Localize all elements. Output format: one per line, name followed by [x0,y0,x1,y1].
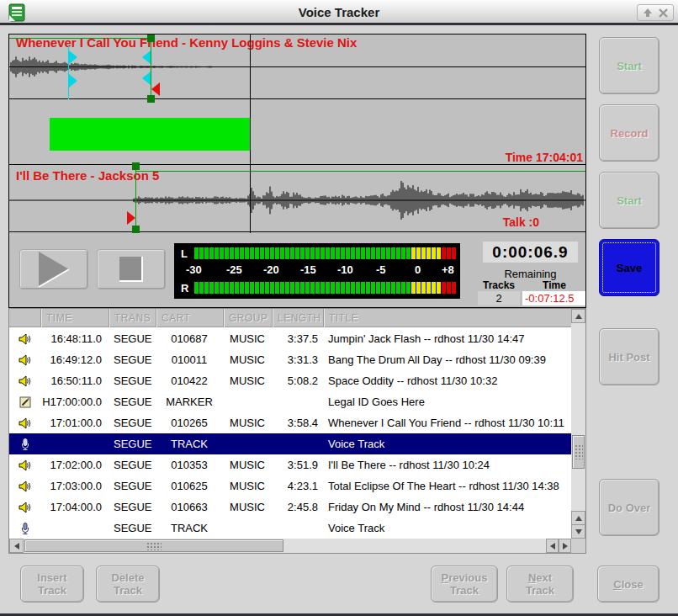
remaining-tracks-value: 2 [478,291,520,305]
log-row[interactable]: 17:04:00.0 SEGUE 010663 MUSIC 2:45.8 Fri… [9,497,571,518]
play-cursor-marker-icon[interactable] [69,50,77,64]
remaining-time-value: -0:07:12.5 [522,291,585,305]
arrow-up-icon [575,314,582,319]
arrow-left-icon [550,543,555,550]
talk-label: Talk :0 [503,215,539,229]
column-header-trans: TRANS [109,309,156,327]
track2-start-marker[interactable] [135,166,136,233]
track1-title: Whenever I Call You Friend - Kenny Loggi… [16,35,357,50]
column-header-cart: CART [156,309,223,327]
play-icon [37,251,71,288]
speaker-icon [19,374,32,388]
speaker-icon [19,459,32,472]
window-title: Voice Tracker [0,5,678,19]
start-handle-bottom[interactable] [132,226,140,233]
speaker-icon [19,501,32,514]
transport-strip: L -30-25-20-15-10-50+8 R 0:00:06.9 Remai… [9,233,585,307]
delete-track-button[interactable]: Delete Track [96,566,160,603]
log-body: 16:48:11.0 SEGUE 010687 MUSIC 3:37.5 Jum… [9,328,571,538]
titlebar[interactable]: Voice Tracker [0,0,678,25]
vertical-scroll-handle[interactable] [572,435,585,469]
log-row[interactable]: 16:50:11.0 SEGUE 010422 MUSIC 5:08.2 Spa… [9,370,571,391]
column-header-time: TIME [40,309,109,327]
column-header-icon [9,309,40,327]
log-header: TIME TRANS CART GROUP LENGTH TITLE [9,309,571,327]
speaker-icon [19,480,32,493]
window-controls [637,4,674,21]
arrow-right-icon [563,543,568,550]
scroll-up-button[interactable] [571,309,585,323]
remaining-time-label: Time [531,279,578,291]
start-handle-top[interactable] [132,162,140,170]
time-label: Time 17:04:01 [506,151,583,164]
voicetrack-band[interactable]: Time 17:04:01 [9,100,585,165]
log-row[interactable]: 17:03:00.0 SEGUE 010625 MUSIC 4:23.1 Tot… [9,475,571,497]
do-over-button[interactable]: Do Over [599,479,659,536]
meter-right-segments [194,282,457,294]
log-row[interactable]: 16:49:12.0 SEGUE 010011 MUSIC 3:31.3 Ban… [9,349,571,370]
mic-icon [19,438,32,451]
log-row[interactable]: 17:01:00.0 SEGUE 010265 MUSIC 3:58.4 Whe… [9,412,571,433]
end-marker-icon[interactable] [151,82,160,96]
save-button[interactable]: Save [599,239,659,296]
start-track1-button[interactable]: Start [599,37,659,94]
column-header-title: TITLE [323,309,571,327]
remaining-tracks-label: Tracks [478,279,520,291]
log-row[interactable]: SEGUE TRACK Voice Track [9,518,571,538]
scroll-up-button-2[interactable] [571,511,585,525]
fade-marker-icon[interactable] [142,72,151,85]
start-marker-icon[interactable] [127,211,135,225]
marker-icon [19,396,32,409]
column-header-group: GROUP [223,309,272,327]
scroll-right-button[interactable] [559,539,571,553]
log-table: TIME TRANS CART GROUP LENGTH TITLE 16:48… [8,308,586,554]
scroll-left-button-2[interactable] [546,539,559,553]
scroll-down-button[interactable] [571,524,585,539]
log-row[interactable]: H17:00:00.0 SEGUE MARKER Legal ID Goes H… [9,391,571,412]
stop-button[interactable] [97,249,166,289]
play-cursor-marker-icon[interactable] [69,74,77,88]
hit-post-button[interactable]: Hit Post [599,328,659,385]
meter-left-label: L [181,247,188,260]
speaker-icon [19,417,32,430]
scroll-left-button[interactable] [9,539,24,553]
stop-icon [118,255,145,284]
column-header-length: LENGTH [272,309,323,327]
track1-waveform-band[interactable]: Whenever I Call You Friend - Kenny Loggi… [9,35,585,99]
log-row-selected[interactable]: SEGUE TRACK Voice Track [9,433,571,454]
elapsed-time-display: 0:00:06.9 [483,242,578,263]
voicetrack-block[interactable] [50,118,250,151]
arrow-down-icon [575,529,582,534]
segue-divider-line [250,35,251,233]
insert-track-button[interactable]: Insert Track [20,566,84,603]
log-row[interactable]: 16:48:11.0 SEGUE 010687 MUSIC 3:37.5 Jum… [9,328,571,349]
segue-handle-bottom[interactable] [147,95,155,103]
meter-left-segments [194,247,457,259]
play-button[interactable] [19,249,88,289]
record-button[interactable]: Record [599,104,659,162]
horizontal-scroll-handle[interactable] [24,539,283,552]
previous-track-button[interactable]: Previous Track [431,566,498,603]
shade-icon[interactable] [642,7,654,19]
close-icon[interactable] [657,7,669,19]
mic-icon [19,522,32,535]
scrollbar-corner [571,539,585,553]
remaining-heading: Remaining [483,268,578,280]
close-button[interactable]: Close [597,566,659,603]
arrow-left-icon [14,543,19,550]
audio-level-meter: L -30-25-20-15-10-50+8 R [174,243,460,299]
segue-handle-top[interactable] [147,35,155,42]
arrow-up-icon [575,516,582,521]
track2-title: I'll Be There - Jackson 5 [16,168,159,183]
log-row[interactable]: 17:02:00.0 SEGUE 010353 MUSIC 3:51.9 I'l… [9,454,571,475]
speaker-icon [19,332,32,346]
vertical-scrollbar[interactable] [571,309,585,539]
next-track-button[interactable]: Next Track [506,566,574,603]
fade-marker-icon[interactable] [142,50,151,64]
voice-tracker-window: Voice Tracker Whenever I Call You Friend… [0,0,678,616]
track2-waveform-band[interactable]: I'll Be There - Jackson 5 Talk :0 [9,166,585,232]
meter-right-label: R [181,282,188,295]
speaker-icon [19,353,32,367]
start-track2-button[interactable]: Start [599,172,659,229]
tracker-panel: Whenever I Call You Friend - Kenny Loggi… [8,34,586,308]
